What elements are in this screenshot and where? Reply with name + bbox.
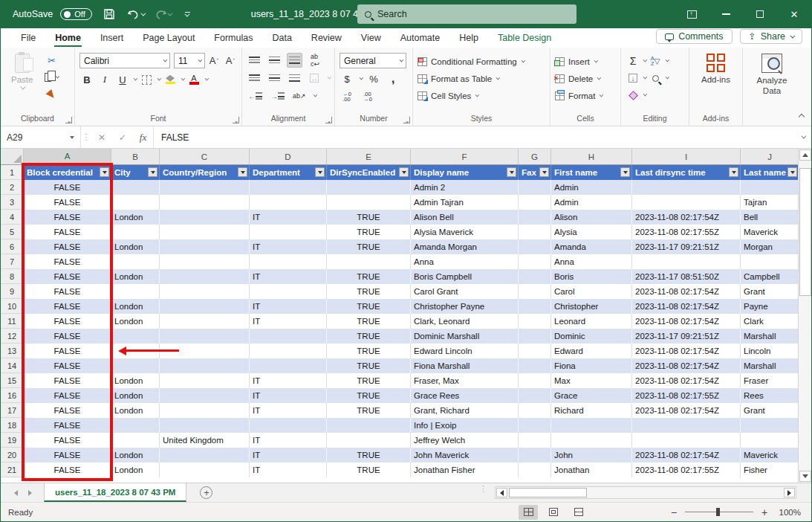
cell-E19[interactable] (327, 433, 411, 448)
cell-G10[interactable] (519, 299, 551, 314)
zoom-in-button[interactable]: + (760, 506, 769, 518)
merge-center-chevron-icon[interactable] (328, 75, 332, 80)
cell-I6[interactable]: 2023-11-17 09:21:51Z (632, 239, 741, 254)
cell-A20[interactable]: FALSE (24, 448, 111, 463)
cell-A21[interactable]: FALSE (24, 463, 111, 477)
cell-B14[interactable] (111, 358, 160, 373)
align-middle-button[interactable] (267, 53, 282, 68)
cut-button[interactable]: ✂ (43, 53, 59, 68)
cell-I10[interactable]: 2023-11-08 02:17:54Z (632, 299, 741, 314)
table-column-header[interactable]: Country/Region (160, 165, 250, 180)
cell-E14[interactable]: TRUE (327, 358, 411, 373)
zoom-out-button[interactable]: − (669, 506, 678, 518)
view-page-break-button[interactable] (569, 505, 588, 520)
cell-H10[interactable]: Christopher (551, 299, 632, 314)
cell-J10[interactable]: Payne (741, 299, 799, 314)
zoom-slider-thumb[interactable] (716, 508, 720, 516)
cell-F10[interactable]: Christopher Payne (411, 299, 519, 314)
cell-B17[interactable]: London (111, 403, 160, 418)
cell-A15[interactable]: FALSE (24, 373, 111, 388)
filter-button[interactable] (539, 167, 549, 177)
borders-chevron-icon[interactable] (157, 77, 162, 81)
scroll-up-icon[interactable] (799, 149, 811, 161)
cell-A10[interactable]: FALSE (24, 299, 111, 314)
column-header-C[interactable]: C (160, 149, 250, 164)
cell-D18[interactable] (250, 418, 327, 433)
cell-D8[interactable]: IT (250, 269, 327, 284)
cell-B5[interactable] (111, 225, 160, 239)
cell-A14[interactable]: FALSE (24, 358, 111, 373)
sheet-nav-left-icon[interactable] (14, 490, 18, 496)
column-header-D[interactable]: D (250, 149, 327, 164)
add-ins-button[interactable]: Add-ins (695, 51, 736, 87)
alignment-dialog-launcher-icon[interactable] (325, 117, 332, 123)
filter-button[interactable] (238, 167, 247, 177)
clipboard-dialog-launcher-icon[interactable] (65, 117, 72, 123)
increase-indent-button[interactable]: → (269, 88, 286, 103)
conditional-formatting-button[interactable]: Conditional Formatting (418, 54, 524, 68)
tab-table-design[interactable]: Table Design (488, 30, 561, 46)
cell-C2[interactable] (160, 180, 250, 195)
cell-G2[interactable] (519, 180, 551, 195)
add-sheet-button[interactable]: + (200, 486, 212, 499)
autosum-button[interactable]: Σ (626, 54, 640, 68)
table-column-header[interactable]: DirSyncEnabled (327, 165, 411, 180)
collapse-ribbon-icon[interactable] (799, 111, 804, 121)
cell-C17[interactable] (160, 403, 250, 418)
cell-E6[interactable]: TRUE (327, 239, 411, 254)
cell-G7[interactable] (519, 254, 551, 269)
cell-E17[interactable]: TRUE (327, 403, 411, 418)
cell-D4[interactable]: IT (250, 210, 327, 225)
tab-view[interactable]: View (351, 30, 391, 46)
cell-F21[interactable]: Jonathan Fisher (411, 463, 519, 477)
tab-help[interactable]: Help (449, 30, 488, 46)
cell-F7[interactable]: Anna (411, 254, 519, 269)
cell-C3[interactable] (160, 195, 250, 210)
align-top-button[interactable] (247, 53, 262, 68)
copy-button[interactable] (43, 70, 59, 85)
cell-I21[interactable]: 2023-11-08 02:17:55Z (632, 463, 741, 477)
increase-decimal-button[interactable]: ←0.00 (340, 89, 354, 104)
row-number[interactable]: 20 (1, 448, 24, 463)
cell-J11[interactable]: Clark (741, 314, 799, 329)
table-column-header[interactable]: First name (551, 165, 632, 180)
cell-D11[interactable]: IT (250, 314, 327, 329)
comma-style-button[interactable]: , (386, 71, 400, 86)
cell-F3[interactable]: Admin Tajran (411, 195, 519, 210)
cell-G13[interactable] (519, 344, 551, 358)
cell-G5[interactable] (519, 225, 551, 239)
cell-D7[interactable] (250, 254, 327, 269)
cell-A7[interactable]: FALSE (24, 254, 111, 269)
cell-H7[interactable]: Anna (551, 254, 632, 269)
borders-button[interactable] (139, 72, 154, 87)
format-cells-button[interactable]: Format (555, 88, 602, 103)
fill-color-button[interactable] (163, 72, 178, 87)
row-number[interactable]: 1 (1, 165, 24, 180)
number-format-select[interactable]: General (340, 53, 406, 68)
cell-G18[interactable] (519, 418, 551, 433)
share-button[interactable]: ⇪Share (740, 29, 802, 44)
cell-J18[interactable] (741, 418, 799, 433)
underline-chevron-icon[interactable] (134, 77, 138, 81)
scroll-left-icon[interactable] (496, 488, 507, 497)
font-size-select[interactable]: 11 (174, 53, 205, 68)
cell-C21[interactable] (160, 463, 250, 477)
cell-F6[interactable]: Amanda Morgan (411, 239, 519, 254)
filter-button[interactable] (315, 167, 325, 177)
cell-J7[interactable] (741, 254, 799, 269)
cell-A5[interactable]: FALSE (24, 225, 111, 239)
cell-I13[interactable]: 2023-11-08 02:17:54Z (632, 344, 741, 358)
cell-B10[interactable]: London (111, 299, 160, 314)
cell-I5[interactable]: 2023-11-08 02:17:55Z (632, 225, 741, 239)
cell-J17[interactable]: Grant (741, 403, 799, 418)
filter-button[interactable] (399, 167, 409, 177)
vertical-scrollbar[interactable] (798, 149, 811, 483)
cell-D17[interactable]: IT (250, 403, 327, 418)
cell-C20[interactable] (160, 448, 250, 463)
percent-button[interactable]: % (366, 71, 381, 86)
save-button[interactable] (100, 4, 119, 24)
paste-button[interactable]: Paste (5, 51, 39, 93)
find-select-button[interactable] (648, 71, 663, 86)
cell-A17[interactable]: FALSE (24, 403, 111, 418)
cell-C16[interactable] (160, 388, 250, 403)
